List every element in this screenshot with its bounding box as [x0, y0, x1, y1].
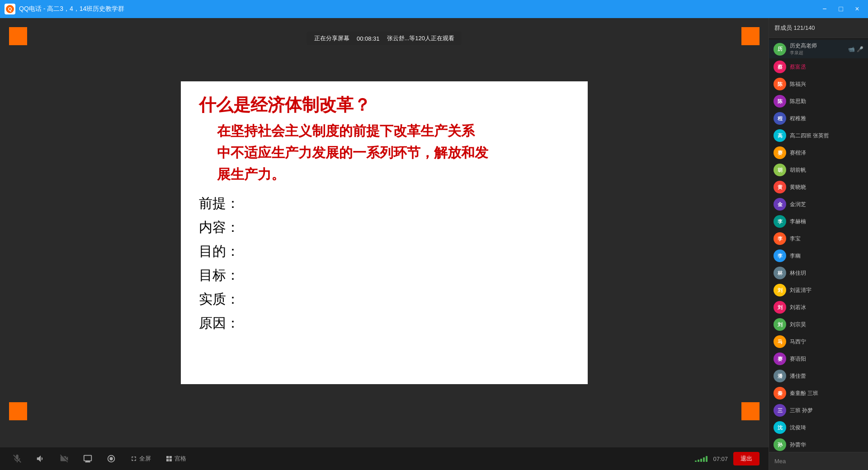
member-item[interactable]: 赛 赛楷泽 [769, 144, 868, 161]
member-avatar: 李 [774, 232, 786, 245]
signal-bar-1 [695, 461, 697, 462]
member-item[interactable]: 刘 刘蓝清宇 [769, 282, 868, 299]
slide-container: 正在分享屏幕 00:08:31 张云舒...等120人正在观看 什么是经济体制改… [0, 18, 769, 447]
window-title: QQ电话 - 高二3，4，14班历史教学群 [19, 5, 818, 13]
member-name: 李赫楠 [790, 218, 863, 226]
speaker-button[interactable] [33, 451, 49, 467]
maximize-button[interactable]: □ [835, 3, 847, 15]
sharing-status: 正在分享屏幕 [314, 34, 349, 42]
member-name: 孙蕾华 [790, 441, 863, 449]
slide-item-4: 目标： [199, 266, 570, 285]
member-avatar: 程 [774, 112, 786, 125]
sidebar-header: 群成员 121/140 [769, 18, 868, 38]
member-name: 三班 孙梦 [790, 407, 863, 414]
member-avatar: 高 [774, 129, 786, 142]
member-item[interactable]: 胡 胡前帆 [769, 161, 868, 179]
member-name: 马西宁 [790, 338, 863, 346]
member-name: 刘蓝清宇 [790, 287, 863, 294]
member-item[interactable]: 秦 秦童酚 三班 [769, 385, 868, 402]
minimize-button[interactable]: − [818, 3, 831, 15]
mic-icon: 🎤 [857, 46, 863, 52]
signal-bar-4 [703, 457, 705, 462]
member-name: 程稚雅 [790, 115, 863, 122]
member-item[interactable]: 黄 黄晓晓 [769, 179, 868, 196]
member-item[interactable]: 陈 陈福兴 [769, 75, 868, 93]
member-avatar: 赛 [774, 352, 786, 365]
member-name: 沈俊琦 [790, 424, 863, 432]
member-status-icons: 📹 🎤 [848, 46, 863, 52]
video-button[interactable] [56, 451, 72, 467]
layout-button[interactable]: 宫格 [162, 453, 190, 465]
screen-share-button[interactable] [80, 451, 96, 467]
slide-item-3: 目的： [199, 242, 570, 261]
member-item[interactable]: 李 李幽 [769, 247, 868, 264]
slide-item-2: 内容： [199, 218, 570, 237]
fullscreen-button[interactable]: 全屏 [127, 453, 155, 465]
member-item[interactable]: 李 李赫楠 [769, 213, 868, 230]
sidebar-bottom-text: Mea [774, 458, 786, 465]
member-name: 历史高老师 [790, 42, 844, 50]
slide-items: 前提： 内容： 目的： 目标： 实质： 原因： [199, 194, 570, 333]
member-item[interactable]: 刘 刘宗昊 [769, 316, 868, 333]
member-name: 蔡富丞 [790, 63, 863, 71]
slide-definition: 在坚持社会主义制度的前提下改革生产关系中不适应生产力发展的一系列环节，解放和发展… [199, 120, 570, 185]
member-item[interactable]: 林 林佳玥 [769, 264, 868, 282]
bottom-toolbar: 全屏 宫格 07:07 退出 [0, 447, 769, 470]
member-avatar: 潘 [774, 370, 786, 382]
exit-button[interactable]: 退出 [733, 452, 760, 465]
member-name: 潘佳蕾 [790, 372, 863, 380]
record-button[interactable] [103, 451, 119, 467]
window-controls: − □ × [818, 3, 863, 15]
toolbar-left: 全屏 宫格 [9, 451, 190, 467]
member-item[interactable]: 蔡 蔡富丞 [769, 58, 868, 75]
member-avatar: 陈 [774, 95, 786, 108]
member-avatar: 刘 [774, 284, 786, 296]
member-name: 金润芝 [790, 201, 863, 208]
app-icon: Q [5, 4, 15, 14]
member-avatar: 孙 [774, 438, 786, 451]
member-item[interactable]: 三 三班 孙梦 [769, 402, 868, 419]
member-item-host[interactable]: 历 历史高老师 李泉超 📹 🎤 [769, 40, 868, 58]
member-avatar: 马 [774, 335, 786, 348]
member-name: 陈思勤 [790, 98, 863, 105]
member-item[interactable]: 高 高二四班 张英哲 [769, 127, 868, 144]
slide-item-1: 前提： [199, 194, 570, 213]
signal-bar-5 [706, 456, 708, 462]
svg-point-4 [109, 457, 113, 460]
member-item[interactable]: 程 程稚雅 [769, 110, 868, 127]
member-name: 陈福兴 [790, 80, 863, 88]
member-item[interactable]: 刘 刘若冰 [769, 299, 868, 316]
member-name: 赛语阳 [790, 355, 863, 363]
toolbar-right: 07:07 退出 [695, 452, 760, 465]
close-button[interactable]: × [851, 3, 863, 15]
member-name: 胡前帆 [790, 166, 863, 174]
member-name: 李宝 [790, 235, 863, 243]
member-avatar: 秦 [774, 387, 786, 400]
member-avatar: 历 [774, 43, 786, 56]
member-item[interactable]: 沈 沈俊琦 [769, 419, 868, 436]
member-item[interactable]: 马 马西宁 [769, 333, 868, 350]
member-avatar: 沈 [774, 421, 786, 434]
layout-label: 宫格 [175, 455, 186, 463]
svg-text:Q: Q [8, 6, 12, 12]
title-bar: Q QQ电话 - 高二3，4，14班历史教学群 − □ × [0, 0, 868, 18]
member-name: 秦童酚 三班 [790, 390, 863, 397]
member-item[interactable]: 陈 陈思勤 [769, 93, 868, 110]
signal-indicator [695, 456, 708, 462]
member-item[interactable]: 孙 孙蕾华 [769, 436, 868, 452]
member-avatar: 金 [774, 198, 786, 211]
member-item[interactable]: 金 金润芝 [769, 196, 868, 213]
signal-bar-2 [698, 460, 699, 462]
member-avatar: 胡 [774, 164, 786, 176]
mute-button[interactable] [9, 451, 25, 467]
session-duration: 00:08:31 [357, 35, 380, 42]
members-list[interactable]: 历 历史高老师 李泉超 📹 🎤 蔡 蔡富丞 陈 陈福兴 陈 [769, 38, 868, 452]
member-item[interactable]: 李 李宝 [769, 230, 868, 247]
member-avatar: 李 [774, 215, 786, 228]
member-item[interactable]: 赛 赛语阳 [769, 350, 868, 367]
member-item[interactable]: 潘 潘佳蕾 [769, 367, 868, 385]
video-icon: 📹 [848, 46, 855, 52]
member-name: 林佳玥 [790, 269, 863, 277]
members-count: 群成员 121/140 [774, 24, 815, 32]
member-avatar: 林 [774, 267, 786, 279]
